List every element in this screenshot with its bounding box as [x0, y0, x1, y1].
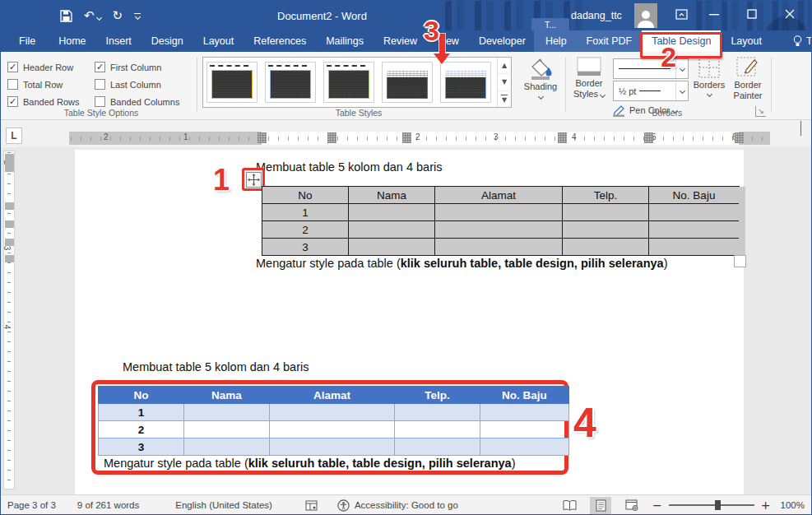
checkbox-banded-columns[interactable]: Banded Columns: [95, 96, 202, 107]
zoom-slider-thumb[interactable]: [715, 500, 721, 510]
tab-stop-selector[interactable]: L: [6, 128, 22, 144]
table-cell[interactable]: [480, 404, 569, 421]
caption-text[interactable]: Mengatur style pada table (klik seluruh …: [256, 257, 667, 270]
column-header[interactable]: No. Baju: [480, 387, 569, 404]
table-resize-handle[interactable]: [734, 255, 746, 267]
ruler-column-marker[interactable]: [735, 132, 744, 143]
table-cell[interactable]: [184, 438, 270, 456]
caption-text[interactable]: Mengatur style pada table (klik seluruh …: [104, 457, 515, 470]
table-move-handle-icon[interactable]: [246, 172, 262, 188]
close-button[interactable]: [777, 1, 802, 27]
table-cell[interactable]: [184, 421, 270, 438]
collapse-ribbon-icon[interactable]: [800, 122, 801, 137]
tab-design[interactable]: Design: [142, 30, 193, 52]
checkbox-total-row[interactable]: Total Row: [7, 79, 95, 90]
tab-foxit-pdf[interactable]: Foxit PDF: [577, 30, 643, 52]
table-cell[interactable]: 1: [262, 204, 349, 221]
table-cell[interactable]: [270, 404, 395, 421]
column-header[interactable]: No: [99, 387, 184, 404]
table-cell[interactable]: 3: [99, 438, 184, 456]
macro-record-icon[interactable]: [305, 500, 318, 511]
gallery-scroll-down-icon[interactable]: ▼: [498, 74, 511, 90]
ruler-column-marker[interactable]: [327, 132, 336, 143]
tab-layout[interactable]: Layout: [193, 30, 244, 52]
table-cell[interactable]: [563, 221, 649, 239]
ruler-row-marker[interactable]: [5, 220, 14, 228]
tab-mailings[interactable]: Mailings: [316, 30, 374, 52]
tab-insert[interactable]: Insert: [96, 30, 142, 52]
tab-references[interactable]: References: [244, 30, 316, 52]
line-weight-combo[interactable]: ½ pt: [613, 81, 689, 101]
column-header[interactable]: Alamat: [435, 187, 563, 204]
paragraph-text[interactable]: Membuat table 5 kolom dan 4 baris: [123, 360, 309, 373]
table-cell[interactable]: [270, 438, 395, 456]
zoom-level[interactable]: 100%: [781, 500, 805, 510]
language-indicator[interactable]: English (United States): [175, 500, 272, 510]
table-cell[interactable]: [395, 438, 480, 456]
column-header[interactable]: Telp.: [563, 187, 649, 204]
page-indicator[interactable]: Page 3 of 3: [7, 500, 56, 510]
minimize-button[interactable]: [702, 1, 726, 27]
tab-layout[interactable]: Layout: [721, 30, 772, 52]
word-count[interactable]: 9 of 261 words: [77, 500, 139, 510]
tab-help[interactable]: Help: [536, 30, 577, 52]
checkbox-last-column[interactable]: Last Column: [95, 79, 202, 90]
table-style-dark-header-grid[interactable]: [382, 62, 433, 103]
signed-in-user[interactable]: dadang_ttc: [571, 1, 622, 30]
tab-file[interactable]: File: [6, 30, 49, 52]
table-cell[interactable]: [395, 421, 480, 438]
customize-qat-button[interactable]: [134, 13, 141, 19]
gallery-more-icon[interactable]: ▼: [498, 91, 511, 107]
ruler-column-marker[interactable]: [558, 132, 567, 143]
paragraph-text[interactable]: Membuat table 5 kolom dan 4 baris: [256, 160, 443, 174]
ruler-row-marker[interactable]: [5, 255, 14, 262]
print-layout-icon[interactable]: [590, 497, 611, 514]
document-page[interactable]: Membuat table 5 kolom dan 4 baris 1 NoNa…: [75, 150, 744, 494]
table-cell[interactable]: [649, 204, 740, 221]
table-cell[interactable]: [435, 239, 563, 256]
tbl1-table[interactable]: NoNamaAlamatTelp.No. Baju123: [262, 186, 740, 256]
ruler-column-marker[interactable]: [402, 132, 411, 143]
table-cell[interactable]: [435, 204, 563, 221]
web-layout-icon[interactable]: [621, 497, 643, 514]
table-cell[interactable]: [349, 204, 435, 221]
read-mode-icon[interactable]: [559, 497, 580, 514]
zoom-out-icon[interactable]: −: [652, 499, 662, 512]
table-cell[interactable]: [395, 404, 480, 421]
column-header[interactable]: Alamat: [270, 387, 395, 404]
tab-developer[interactable]: Developer: [469, 30, 536, 52]
redo-button[interactable]: ↻: [113, 8, 123, 23]
user-avatar[interactable]: [634, 3, 657, 28]
table-style-blue-header-grid[interactable]: [440, 62, 491, 103]
accessibility-status[interactable]: Accessibility: Good to go: [337, 499, 458, 512]
undo-button[interactable]: ↶: [84, 8, 101, 23]
column-header[interactable]: No. Baju: [649, 187, 740, 204]
table-style-blue-grid[interactable]: [265, 62, 316, 103]
table-cell[interactable]: [563, 204, 649, 221]
save-icon[interactable]: [60, 10, 72, 22]
table-style-green-grid[interactable]: [323, 62, 374, 103]
gallery-scroll-up-icon[interactable]: ▲: [498, 58, 511, 74]
line-style-combo[interactable]: [613, 58, 689, 79]
table-cell[interactable]: [563, 239, 649, 256]
line-weight-dropdown-icon[interactable]: [675, 81, 688, 100]
ruler-column-marker[interactable]: [258, 132, 267, 143]
tab-home[interactable]: Home: [49, 30, 95, 52]
table-cell[interactable]: [480, 438, 569, 456]
table-cell[interactable]: [270, 421, 395, 438]
column-header[interactable]: Nama: [184, 387, 270, 404]
table-cell[interactable]: [184, 404, 270, 421]
line-style-dropdown-icon[interactable]: [675, 59, 688, 78]
ruler-row-marker[interactable]: [5, 239, 14, 246]
tab-tell-me[interactable]: Tell me: [783, 30, 812, 52]
horizontal-ruler[interactable]: 2123456: [69, 132, 770, 145]
tab-review[interactable]: Review: [374, 30, 427, 52]
shading-button[interactable]: Shading: [519, 57, 562, 116]
table-cell[interactable]: [649, 221, 740, 239]
ruler-column-marker[interactable]: [644, 132, 653, 143]
checkbox-banded-rows[interactable]: ✓Banded Rows: [7, 96, 95, 107]
column-header[interactable]: No: [262, 187, 349, 204]
vertical-ruler[interactable]: 234: [3, 151, 15, 489]
table-cell[interactable]: [480, 421, 569, 438]
table-style-yellow-grid[interactable]: [206, 62, 258, 103]
